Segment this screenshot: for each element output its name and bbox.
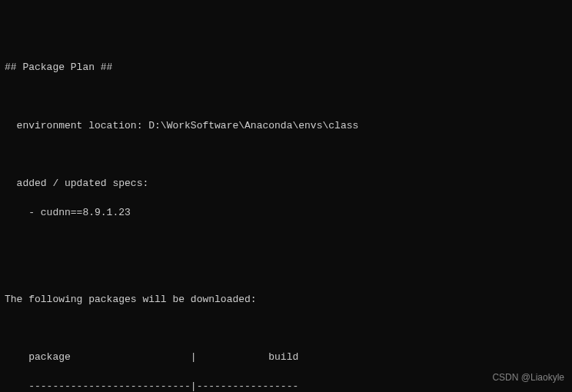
blank — [5, 322, 567, 337]
spec-item: - cudnn==8.9.1.23 — [5, 206, 567, 221]
table-rule: ---------------------------|------------… — [5, 380, 567, 392]
watermark: CSDN @Liaokyle — [492, 371, 564, 384]
blank — [5, 264, 567, 278]
download-header: The following packages will be downloade… — [5, 293, 567, 307]
plan-header: ## Package Plan ## — [5, 61, 567, 75]
blank — [5, 235, 567, 250]
blank — [5, 148, 567, 162]
added-label: added / updated specs: — [5, 177, 567, 191]
blank — [5, 90, 567, 105]
table-header: package | build — [5, 350, 567, 365]
env-line: environment location: D:\WorkSoftware\An… — [5, 119, 567, 134]
env-path: D:\WorkSoftware\Anaconda\envs\class — [148, 120, 358, 131]
env-label: environment location: — [5, 120, 148, 131]
